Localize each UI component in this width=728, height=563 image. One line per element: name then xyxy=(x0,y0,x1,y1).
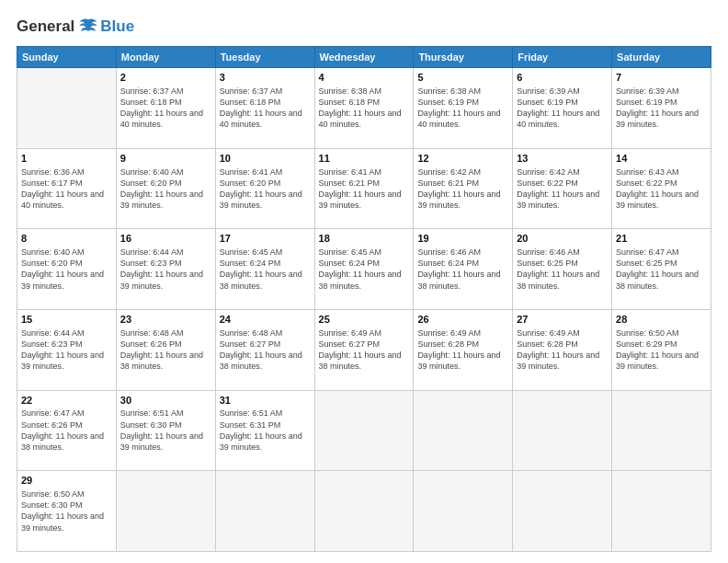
day-info: Sunrise: 6:49 AMSunset: 6:28 PMDaylight:… xyxy=(417,328,500,371)
table-row xyxy=(215,471,314,552)
day-info: Sunrise: 6:50 AMSunset: 6:30 PMDaylight:… xyxy=(21,489,104,532)
table-row xyxy=(314,471,414,552)
day-info: Sunrise: 6:39 AMSunset: 6:19 PMDaylight:… xyxy=(616,86,699,129)
calendar-week-row: 8Sunrise: 6:40 AMSunset: 6:20 PMDaylight… xyxy=(17,229,711,310)
table-row: 14Sunrise: 6:43 AMSunset: 6:22 PMDayligh… xyxy=(612,148,711,229)
table-row xyxy=(17,68,117,149)
day-info: Sunrise: 6:45 AMSunset: 6:24 PMDaylight:… xyxy=(319,247,402,290)
table-row: 11Sunrise: 6:41 AMSunset: 6:21 PMDayligh… xyxy=(314,148,414,229)
day-number: 24 xyxy=(220,313,311,327)
day-info: Sunrise: 6:40 AMSunset: 6:20 PMDaylight:… xyxy=(21,247,104,290)
day-info: Sunrise: 6:38 AMSunset: 6:18 PMDaylight:… xyxy=(319,86,402,129)
day-number: 18 xyxy=(319,232,410,246)
calendar-week-row: 29Sunrise: 6:50 AMSunset: 6:30 PMDayligh… xyxy=(17,471,711,552)
table-row xyxy=(612,390,711,471)
table-row: 21Sunrise: 6:47 AMSunset: 6:25 PMDayligh… xyxy=(612,229,711,310)
day-number: 3 xyxy=(220,71,311,85)
day-number: 15 xyxy=(21,313,112,327)
logo-bird-icon xyxy=(78,17,98,37)
table-row: 19Sunrise: 6:46 AMSunset: 6:24 PMDayligh… xyxy=(414,229,513,310)
table-row xyxy=(116,471,215,552)
day-info: Sunrise: 6:48 AMSunset: 6:26 PMDaylight:… xyxy=(120,328,203,371)
day-info: Sunrise: 6:41 AMSunset: 6:20 PMDaylight:… xyxy=(220,167,302,210)
day-number: 11 xyxy=(319,152,410,166)
calendar-week-row: 22Sunrise: 6:47 AMSunset: 6:26 PMDayligh… xyxy=(17,390,711,471)
logo-blue-text: Blue xyxy=(100,17,134,36)
table-row: 17Sunrise: 6:45 AMSunset: 6:24 PMDayligh… xyxy=(215,229,314,310)
day-number: 4 xyxy=(319,71,410,85)
table-row: 8Sunrise: 6:40 AMSunset: 6:20 PMDaylight… xyxy=(17,229,117,310)
day-info: Sunrise: 6:39 AMSunset: 6:19 PMDaylight:… xyxy=(517,86,599,129)
day-info: Sunrise: 6:42 AMSunset: 6:21 PMDaylight:… xyxy=(417,167,500,210)
table-row: 3Sunrise: 6:37 AMSunset: 6:18 PMDaylight… xyxy=(215,68,314,149)
col-sunday: Sunday xyxy=(17,47,117,68)
calendar-week-row: 1Sunrise: 6:36 AMSunset: 6:17 PMDaylight… xyxy=(17,148,711,229)
day-number: 5 xyxy=(417,71,508,85)
table-row: 10Sunrise: 6:41 AMSunset: 6:20 PMDayligh… xyxy=(215,148,314,229)
day-number: 2 xyxy=(120,71,211,85)
table-row: 12Sunrise: 6:42 AMSunset: 6:21 PMDayligh… xyxy=(414,148,513,229)
day-info: Sunrise: 6:37 AMSunset: 6:18 PMDaylight:… xyxy=(220,86,302,129)
day-info: Sunrise: 6:41 AMSunset: 6:21 PMDaylight:… xyxy=(319,167,402,210)
table-row: 16Sunrise: 6:44 AMSunset: 6:23 PMDayligh… xyxy=(116,229,215,310)
page: General Blue Sunday Monday Tuesday Wedne… xyxy=(0,0,728,563)
table-row: 2Sunrise: 6:37 AMSunset: 6:18 PMDaylight… xyxy=(116,68,215,149)
day-number: 12 xyxy=(417,152,508,166)
day-info: Sunrise: 6:43 AMSunset: 6:22 PMDaylight:… xyxy=(616,167,699,210)
day-number: 10 xyxy=(220,152,311,166)
day-info: Sunrise: 6:38 AMSunset: 6:19 PMDaylight:… xyxy=(417,86,500,129)
day-info: Sunrise: 6:42 AMSunset: 6:22 PMDaylight:… xyxy=(517,167,599,210)
table-row: 27Sunrise: 6:49 AMSunset: 6:28 PMDayligh… xyxy=(513,309,612,390)
day-number: 8 xyxy=(21,232,112,246)
table-row: 6Sunrise: 6:39 AMSunset: 6:19 PMDaylight… xyxy=(513,68,612,149)
day-info: Sunrise: 6:50 AMSunset: 6:29 PMDaylight:… xyxy=(616,328,699,371)
day-number: 25 xyxy=(319,313,410,327)
table-row xyxy=(612,471,711,552)
table-row: 20Sunrise: 6:46 AMSunset: 6:25 PMDayligh… xyxy=(513,229,612,310)
day-number: 30 xyxy=(120,394,211,408)
table-row xyxy=(414,390,513,471)
day-info: Sunrise: 6:46 AMSunset: 6:24 PMDaylight:… xyxy=(417,247,500,290)
table-row xyxy=(513,471,612,552)
table-row: 5Sunrise: 6:38 AMSunset: 6:19 PMDaylight… xyxy=(414,68,513,149)
calendar-week-row: 15Sunrise: 6:44 AMSunset: 6:23 PMDayligh… xyxy=(17,309,711,390)
day-info: Sunrise: 6:40 AMSunset: 6:20 PMDaylight:… xyxy=(120,167,203,210)
day-number: 6 xyxy=(517,71,608,85)
col-wednesday: Wednesday xyxy=(314,47,414,68)
day-info: Sunrise: 6:48 AMSunset: 6:27 PMDaylight:… xyxy=(220,328,302,371)
day-info: Sunrise: 6:51 AMSunset: 6:30 PMDaylight:… xyxy=(120,408,203,451)
day-number: 14 xyxy=(616,152,707,166)
table-row: 23Sunrise: 6:48 AMSunset: 6:26 PMDayligh… xyxy=(116,309,215,390)
day-info: Sunrise: 6:51 AMSunset: 6:31 PMDaylight:… xyxy=(220,408,302,451)
table-row: 25Sunrise: 6:49 AMSunset: 6:27 PMDayligh… xyxy=(314,309,414,390)
day-number: 19 xyxy=(417,232,508,246)
calendar-header-row: Sunday Monday Tuesday Wednesday Thursday… xyxy=(17,47,711,68)
day-info: Sunrise: 6:45 AMSunset: 6:24 PMDaylight:… xyxy=(220,247,302,290)
table-row: 26Sunrise: 6:49 AMSunset: 6:28 PMDayligh… xyxy=(414,309,513,390)
table-row xyxy=(314,390,414,471)
table-row: 7Sunrise: 6:39 AMSunset: 6:19 PMDaylight… xyxy=(612,68,711,149)
table-row: 22Sunrise: 6:47 AMSunset: 6:26 PMDayligh… xyxy=(17,390,117,471)
day-info: Sunrise: 6:44 AMSunset: 6:23 PMDaylight:… xyxy=(120,247,203,290)
day-number: 22 xyxy=(21,394,112,408)
table-row: 15Sunrise: 6:44 AMSunset: 6:23 PMDayligh… xyxy=(17,309,117,390)
day-info: Sunrise: 6:37 AMSunset: 6:18 PMDaylight:… xyxy=(120,86,203,129)
day-number: 31 xyxy=(220,394,311,408)
table-row: 24Sunrise: 6:48 AMSunset: 6:27 PMDayligh… xyxy=(215,309,314,390)
col-saturday: Saturday xyxy=(612,47,711,68)
table-row xyxy=(414,471,513,552)
day-number: 23 xyxy=(120,313,211,327)
table-row: 28Sunrise: 6:50 AMSunset: 6:29 PMDayligh… xyxy=(612,309,711,390)
day-number: 7 xyxy=(616,71,707,85)
day-number: 1 xyxy=(21,152,112,166)
day-info: Sunrise: 6:49 AMSunset: 6:27 PMDaylight:… xyxy=(319,328,402,371)
day-info: Sunrise: 6:44 AMSunset: 6:23 PMDaylight:… xyxy=(21,328,104,371)
table-row: 29Sunrise: 6:50 AMSunset: 6:30 PMDayligh… xyxy=(17,471,117,552)
day-number: 26 xyxy=(417,313,508,327)
col-thursday: Thursday xyxy=(414,47,513,68)
day-info: Sunrise: 6:47 AMSunset: 6:25 PMDaylight:… xyxy=(616,247,699,290)
day-number: 20 xyxy=(517,232,608,246)
day-number: 16 xyxy=(120,232,211,246)
day-info: Sunrise: 6:46 AMSunset: 6:25 PMDaylight:… xyxy=(517,247,599,290)
day-info: Sunrise: 6:36 AMSunset: 6:17 PMDaylight:… xyxy=(21,167,104,210)
